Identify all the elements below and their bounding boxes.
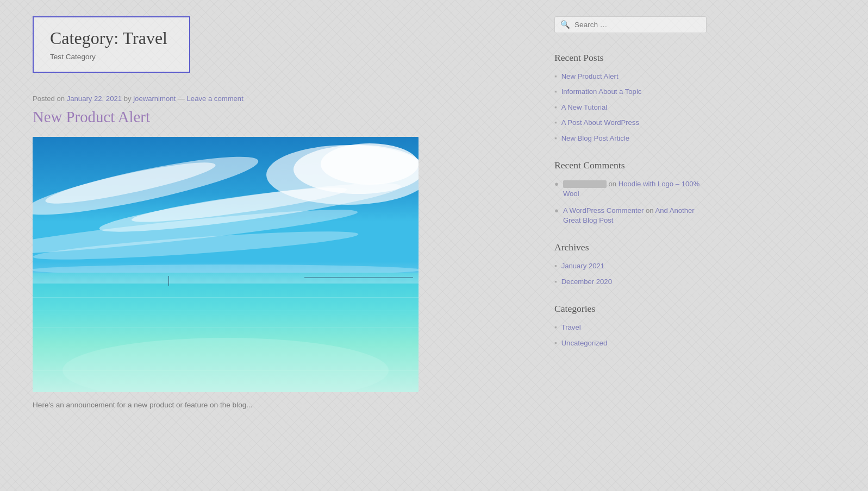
category-description: Test Category: [50, 53, 173, 61]
svg-rect-13: [33, 297, 419, 298]
categories-title: Categories: [554, 303, 707, 314]
comment-on-2: on: [646, 206, 655, 215]
category-link-2[interactable]: Uncategorized: [561, 338, 608, 348]
recent-posts-title: Recent Posts: [554, 52, 707, 64]
recent-comments-title: Recent Comments: [554, 160, 707, 171]
list-item: New Blog Post Article: [554, 134, 707, 143]
list-item: A Post About WordPress: [554, 118, 707, 128]
category-header: Category: Travel Test Category: [33, 16, 190, 73]
recent-posts-section: Recent Posts New Product Alert Informati…: [554, 52, 707, 143]
recent-post-link-4[interactable]: A Post About WordPress: [561, 118, 639, 128]
sidebar: 🔍 Recent Posts New Product Alert Informa…: [554, 16, 707, 409]
svg-point-7: [321, 143, 419, 185]
archive-link-1[interactable]: January 2021: [561, 261, 604, 271]
comment-item-1: on Hoodie with Logo – 100% Wool: [554, 179, 707, 199]
commenter-redacted: [563, 180, 607, 188]
archives-list: January 2021 December 2020: [554, 261, 707, 287]
post-meta-by: by: [124, 95, 132, 103]
svg-rect-20: [304, 277, 413, 278]
post-meta-prefix: Posted on: [33, 95, 65, 103]
commenter-link-2[interactable]: A WordPress Commenter: [563, 206, 644, 215]
list-item: January 2021: [554, 261, 707, 271]
comment-on-1: on: [609, 180, 619, 188]
categories-section: Categories Travel Uncategorized: [554, 303, 707, 348]
list-item: Travel: [554, 323, 707, 332]
post-title: New Product Alert: [33, 108, 533, 126]
post-meta-separator: —: [178, 95, 187, 103]
recent-posts-list: New Product Alert Information About a To…: [554, 72, 707, 143]
list-item: New Product Alert: [554, 72, 707, 81]
recent-post-link-1[interactable]: New Product Alert: [561, 72, 619, 81]
svg-rect-12: [33, 262, 419, 284]
archive-link-2[interactable]: December 2020: [561, 277, 612, 287]
archives-title: Archives: [554, 242, 707, 253]
search-icon: 🔍: [560, 20, 570, 29]
post-comment-link[interactable]: Leave a comment: [187, 95, 243, 103]
main-content: Category: Travel Test Category Posted on…: [33, 16, 554, 409]
post-meta: Posted on January 22, 2021 by joewarnimo…: [33, 95, 533, 103]
list-item: A New Tutorial: [554, 103, 707, 112]
post-featured-image: [33, 137, 419, 392]
comment-item-2: A WordPress Commenter on And Another Gre…: [554, 206, 707, 226]
list-item: December 2020: [554, 277, 707, 287]
recent-post-link-2[interactable]: Information About a Topic: [561, 87, 642, 97]
comment-text-2: A WordPress Commenter on And Another Gre…: [563, 206, 707, 226]
post-author-link[interactable]: joewarnimont: [133, 95, 176, 103]
post-article: Posted on January 22, 2021 by joewarnimo…: [33, 95, 533, 409]
categories-list: Travel Uncategorized: [554, 323, 707, 348]
recent-comments-section: Recent Comments on Hoodie with Logo – 10…: [554, 160, 707, 226]
search-box[interactable]: 🔍: [554, 16, 707, 33]
svg-rect-14: [33, 311, 419, 311]
category-link-1[interactable]: Travel: [561, 323, 581, 332]
list-item: Uncategorized: [554, 338, 707, 348]
comment-text-1: on Hoodie with Logo – 100% Wool: [563, 179, 707, 199]
svg-rect-19: [168, 276, 169, 286]
archives-section: Archives January 2021 December 2020: [554, 242, 707, 287]
list-item: Information About a Topic: [554, 87, 707, 97]
recent-post-link-3[interactable]: A New Tutorial: [561, 103, 608, 112]
post-date-link[interactable]: January 22, 2021: [67, 95, 122, 103]
category-title: Category: Travel: [50, 28, 173, 48]
search-input[interactable]: [574, 21, 701, 29]
post-excerpt: Here's an announcement for a new product…: [33, 401, 533, 409]
svg-rect-15: [33, 327, 419, 328]
recent-post-link-5[interactable]: New Blog Post Article: [561, 134, 629, 143]
